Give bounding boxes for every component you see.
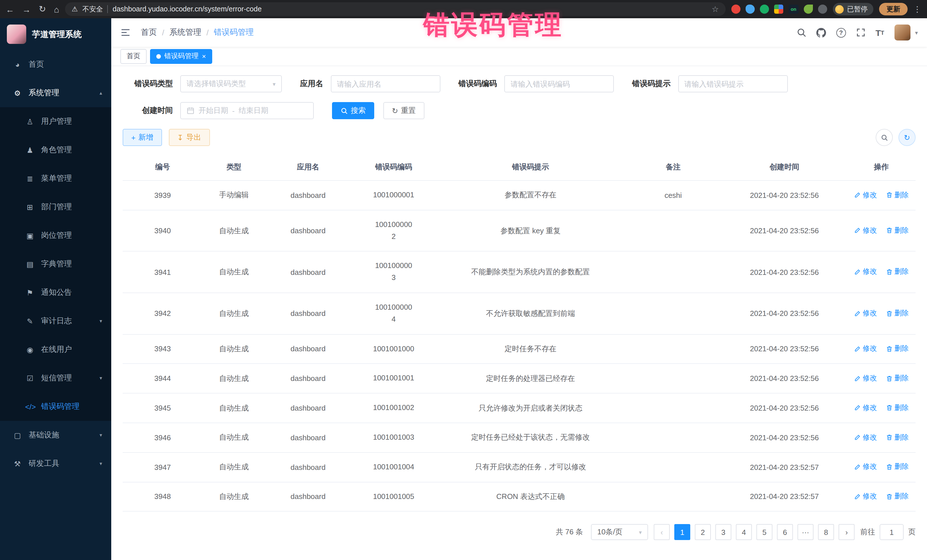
edit-link[interactable]: 修改: [854, 344, 877, 354]
browser-menu-icon[interactable]: ⋮: [913, 5, 921, 14]
font-size-icon[interactable]: TT: [875, 28, 884, 37]
edit-link[interactable]: 修改: [854, 403, 877, 413]
reload-button[interactable]: ↻: [39, 4, 46, 14]
page-button-8[interactable]: 8: [818, 524, 834, 540]
date-range-picker[interactable]: 开始日期 - 结束日期: [180, 102, 314, 119]
show-search-button[interactable]: [876, 129, 893, 146]
edit-link[interactable]: 修改: [854, 492, 877, 501]
more-pages-button[interactable]: ···: [798, 524, 813, 540]
search-icon[interactable]: [797, 28, 806, 37]
page-button-5[interactable]: 5: [757, 524, 772, 540]
delete-link[interactable]: 删除: [886, 462, 909, 472]
tab-home[interactable]: 首页: [120, 49, 147, 64]
delete-link[interactable]: 删除: [886, 403, 909, 413]
range-separator: -: [232, 106, 235, 115]
extension-icon-on[interactable]: on: [789, 5, 799, 14]
edit-link[interactable]: 修改: [854, 373, 877, 383]
avatar[interactable]: [895, 24, 910, 41]
delete-link[interactable]: 删除: [886, 308, 909, 318]
sidebar-item-dict[interactable]: ▤ 字典管理: [0, 250, 111, 278]
tab-error-code[interactable]: 错误码管理 ×: [150, 49, 212, 64]
home-button[interactable]: ⌂: [54, 4, 59, 14]
error-type-select[interactable]: 请选择错误码类型 ▾: [180, 75, 282, 93]
sidebar-item-label: 用户管理: [41, 116, 72, 127]
sidebar-item-label: 首页: [29, 59, 44, 70]
security-label[interactable]: 不安全: [82, 4, 103, 14]
page-url[interactable]: dashboard.yudao.iocoder.cn/system/error-…: [112, 5, 707, 13]
delete-link[interactable]: 删除: [886, 492, 909, 501]
chevron-down-icon: ▾: [273, 81, 275, 87]
github-icon[interactable]: [816, 28, 826, 37]
hamburger-icon[interactable]: [120, 27, 131, 38]
refresh-table-button[interactable]: ↻: [898, 129, 916, 146]
delete-link[interactable]: 删除: [886, 267, 909, 277]
delete-link[interactable]: 删除: [886, 190, 909, 200]
page-button-3[interactable]: 3: [715, 524, 731, 540]
address-bar[interactable]: ⚠ 不安全 dashboard.yudao.iocoder.cn/system/…: [65, 2, 726, 16]
delete-link[interactable]: 删除: [886, 373, 909, 383]
sidebar-item-online[interactable]: ◉ 在线用户: [0, 335, 111, 364]
close-icon[interactable]: ×: [202, 53, 206, 59]
sidebar-item-sms[interactable]: ☑ 短信管理 ▾: [0, 364, 111, 392]
edit-link[interactable]: 修改: [854, 462, 877, 472]
paused-badge[interactable]: 已暂停: [833, 3, 873, 15]
extension-icon-red[interactable]: [731, 5, 740, 14]
next-page-button[interactable]: ›: [839, 524, 854, 540]
sidebar-item-role[interactable]: ♟ 角色管理: [0, 136, 111, 164]
breadcrumb-system[interactable]: 系统管理: [169, 27, 201, 38]
sidebar-item-menu[interactable]: ≣ 菜单管理: [0, 164, 111, 193]
sidebar-submenu-system: ♙ 用户管理 ♟ 角色管理 ≣ 菜单管理 ⊞ 部门管理: [0, 107, 111, 421]
error-code-input[interactable]: [511, 80, 608, 88]
sidebar-item-home[interactable]: ◕ 首页: [0, 50, 111, 79]
breadcrumb-home[interactable]: 首页: [141, 27, 157, 38]
goto-page-input[interactable]: [880, 524, 904, 540]
sidebar-item-notice[interactable]: ⚑ 通知公告: [0, 278, 111, 307]
sidebar-item-dept[interactable]: ⊞ 部门管理: [0, 193, 111, 221]
table-row: 3939 手动编辑 dashboard 1001000001 参数配置不存在 c…: [123, 181, 916, 210]
edit-link[interactable]: 修改: [854, 433, 877, 442]
edit-link[interactable]: 修改: [854, 267, 877, 277]
topbar: 首页 / 系统管理 / 错误码管理 ?: [111, 18, 927, 47]
end-date-placeholder[interactable]: 结束日期: [239, 106, 268, 116]
sidebar-item-devtools[interactable]: ⚒ 研发工具 ▾: [0, 449, 111, 478]
page-button-1[interactable]: 1: [674, 524, 690, 540]
page-button-6[interactable]: 6: [777, 524, 793, 540]
sidebar-item-post[interactable]: ▣ 岗位管理: [0, 221, 111, 250]
reset-button[interactable]: ↻ 重置: [383, 102, 424, 119]
app-name-input[interactable]: [337, 80, 434, 88]
page-size-select[interactable]: 10条/页 ▾: [591, 524, 648, 540]
bookmark-star-icon[interactable]: ☆: [712, 5, 719, 14]
app-logo[interactable]: 芋道管理系统: [0, 18, 111, 50]
sidebar-item-user[interactable]: ♙ 用户管理: [0, 107, 111, 136]
avatar-caret-icon[interactable]: ▾: [915, 29, 918, 36]
start-date-placeholder[interactable]: 开始日期: [199, 106, 228, 116]
extension-icon-drop[interactable]: [746, 5, 755, 14]
edit-link[interactable]: 修改: [854, 190, 877, 200]
delete-link[interactable]: 删除: [886, 344, 909, 354]
export-button[interactable]: ↧ 导出: [169, 129, 210, 146]
back-button[interactable]: ←: [6, 4, 14, 14]
forward-button[interactable]: →: [22, 4, 31, 14]
sidebar-item-error-code[interactable]: </> 错误码管理: [0, 392, 111, 421]
edit-link[interactable]: 修改: [854, 308, 877, 318]
edit-link[interactable]: 修改: [854, 226, 877, 235]
sidebar-item-system[interactable]: ⚙ 系统管理 ▴: [0, 79, 111, 107]
sidebar-item-infra[interactable]: ▢ 基础设施 ▾: [0, 421, 111, 449]
help-icon[interactable]: ?: [836, 28, 846, 37]
error-tip-input[interactable]: [684, 80, 781, 88]
sidebar-item-audit[interactable]: ✎ 审计日志 ▾: [0, 307, 111, 335]
delete-link[interactable]: 删除: [886, 433, 909, 442]
page-button-2[interactable]: 2: [695, 524, 711, 540]
prev-page-button[interactable]: ‹: [654, 524, 670, 540]
browser-update-button[interactable]: 更新: [879, 3, 907, 15]
table-row: 3946 自动生成 dashboard 1001001003 定时任务已经处于该…: [123, 423, 916, 452]
add-button[interactable]: + 新增: [123, 129, 162, 146]
extension-icon-leaf[interactable]: [804, 5, 813, 14]
extension-icon-green[interactable]: [760, 5, 769, 14]
extensions-puzzle-icon[interactable]: [818, 5, 827, 14]
search-button[interactable]: 搜索: [332, 102, 374, 119]
page-button-4[interactable]: 4: [736, 524, 752, 540]
delete-link[interactable]: 删除: [886, 226, 909, 235]
fullscreen-icon[interactable]: [856, 28, 865, 37]
extension-icon-grid[interactable]: [774, 5, 783, 14]
